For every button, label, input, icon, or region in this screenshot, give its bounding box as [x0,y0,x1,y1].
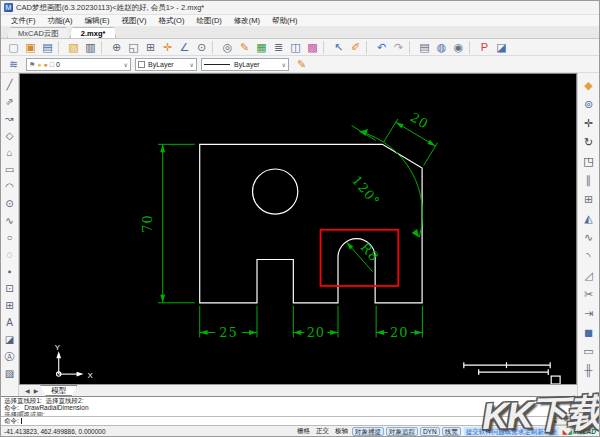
zoom-window-icon[interactable]: ◱ [125,40,142,55]
save-icon[interactable]: ▤ [39,40,56,55]
toggle-lineweight[interactable]: 线宽 [442,427,461,436]
color-palette-icon[interactable]: ▩ [304,40,321,55]
line-icon[interactable]: ╱ [2,76,18,93]
command-hscrollbar[interactable]: ◀ ▶ [551,418,587,425]
text-icon[interactable]: A [2,314,18,331]
image-export-icon[interactable]: ◪ [493,40,510,55]
color-dropdown[interactable]: ByLayer ∨ [135,58,197,71]
move-icon[interactable]: ✛ [581,114,597,133]
trim-icon[interactable]: ✂ [581,285,597,304]
block-create-icon[interactable]: ⊞ [2,297,18,314]
zoom-in-icon[interactable]: ⊕ [108,40,125,55]
xline-icon[interactable]: ⇗ [2,93,18,110]
circle-icon[interactable]: ⊙ [2,195,18,212]
hatch-icon[interactable]: ▨ [2,365,18,382]
menu-draw[interactable]: 绘图(D) [190,16,227,26]
draw-edit-icon[interactable]: ✎ [236,40,253,55]
block-manager-icon[interactable]: ◫ [287,40,304,55]
publish-icon[interactable]: ◉ [450,40,467,55]
command-input-row[interactable]: 命令: ◀ ▶ [1,416,599,425]
mtext-icon[interactable]: Ⓐ [2,348,18,365]
tab-drawing-2[interactable]: 2.mxg* [70,27,117,38]
block-insert-icon[interactable]: ⊡ [2,280,18,297]
polyline-icon[interactable]: ↝ [2,110,18,127]
model-tab[interactable]: 模型 [40,385,77,396]
command-scrollbar[interactable]: ▲ ▼ [590,397,599,417]
edit-pencil-icon[interactable]: ✎ [293,57,310,72]
scroll-down-icon[interactable]: ▼ [593,411,597,417]
layer-manager-icon[interactable]: ▦ [253,40,270,55]
scroll-up-icon[interactable]: ▲ [593,397,597,403]
feedback-link[interactable]: 提交软件问题或需求定制新功能 [464,427,559,436]
scroll-right-icon[interactable]: ▶ [582,419,585,424]
scroll-left-icon[interactable]: ◀ [553,419,556,424]
mirror-icon[interactable]: ◭ [581,209,597,228]
menu-view[interactable]: 视图(V) [116,16,153,26]
pdf-export-icon[interactable]: P [476,40,493,55]
toggle-polar[interactable]: 极轴 [333,427,350,436]
zoom-extents-icon[interactable]: ⊞ [142,40,159,55]
model-next-icon[interactable]: ▶ [32,387,41,394]
text-style-icon[interactable]: ≣ [270,40,287,55]
zoom-scale-icon[interactable]: ⊙ [193,40,210,55]
undo-icon[interactable]: ↶ [373,40,390,55]
menu-modify[interactable]: 修改(M) [228,16,266,26]
find-icon[interactable]: ◎ [219,40,236,55]
extend-icon[interactable]: ⇥ [581,304,597,323]
layer-dropdown[interactable]: ⚑●●□ 0 ∨ [26,58,131,71]
rect-modify-icon[interactable]: ▭ [581,342,597,361]
part-hole-circle [253,169,298,214]
divider [58,41,63,54]
tab-mxcad-cloud[interactable]: MxCAD云图 [7,27,70,38]
polygon-icon[interactable]: ◇ [2,127,18,144]
polygon2-icon[interactable]: ⌂ [2,144,18,161]
toggle-grid[interactable]: 栅格 [295,427,312,436]
offset-icon[interactable]: ∥ [581,171,597,190]
web-icon[interactable]: ◍ [433,40,450,55]
command-history-line: 选择直线段1: 选择直线段2: [4,398,599,405]
toggle-osnap[interactable]: 对象捕捉 [352,427,384,436]
toggle-otrack[interactable]: 对象追踪 [386,427,418,436]
arc-icon[interactable]: ◠ [2,178,18,195]
chevron-down-icon[interactable]: ∨ [279,61,286,68]
properties-icon[interactable]: ✐ [347,40,364,55]
ellipse-icon[interactable]: ○ [2,229,18,246]
array-icon[interactable]: ⊞ [581,190,597,209]
open-folder-icon[interactable]: ▧ [65,40,82,55]
chevron-down-icon[interactable]: ∨ [187,61,194,68]
measure-icon[interactable]: ∠ [176,40,193,55]
open-file-icon[interactable]: ▣ [22,40,39,55]
rectangle-icon[interactable]: ▭ [2,161,18,178]
redo-icon[interactable]: ↷ [390,40,407,55]
toggle-dyn[interactable]: DYN [420,427,440,436]
new-file-icon[interactable]: ▢ [5,40,22,55]
linetype-dropdown[interactable]: ByLayer ∨ [201,58,289,71]
menu-function[interactable]: 功能(A) [42,16,79,26]
erase-icon[interactable]: ◆ [581,76,597,95]
menu-file[interactable]: 文件(F) [5,16,42,26]
chevron-down-icon[interactable]: ∨ [121,61,128,68]
spline-edit-icon[interactable]: ∿ [581,228,597,247]
print-icon[interactable]: ▤ [416,40,433,55]
menu-edit[interactable]: 编辑(E) [79,16,116,26]
spline-icon[interactable]: ∿ [2,212,18,229]
chamfer-icon[interactable]: ◿ [581,266,597,285]
scale-icon[interactable]: ◳ [581,152,597,171]
donut-icon[interactable]: ◌ [2,246,18,263]
layers-panel-icon[interactable]: ≋ [5,57,22,72]
drawing-canvas[interactable]: 70 [19,73,577,384]
rotate-icon[interactable]: ↻ [581,133,597,152]
menu-help[interactable]: 帮助(H) [266,16,303,26]
select-icon[interactable]: ↖ [330,40,347,55]
save-all-icon[interactable]: ▥ [82,40,99,55]
fillet-icon[interactable]: ◝ [581,247,597,266]
break-icon[interactable]: ╫ [581,361,597,380]
model-prev-icon[interactable]: ◀ [23,387,32,394]
toggle-ortho[interactable]: 正交 [314,427,331,436]
menu-format[interactable]: 格式(O) [153,16,191,26]
point-icon[interactable]: ▪ [2,263,18,280]
copy-icon[interactable]: ⊚ [581,95,597,114]
pan-icon[interactable]: ✛ [159,40,176,55]
image-icon[interactable]: ◪ [2,331,18,348]
box3d-icon[interactable]: ◼ [581,323,597,342]
